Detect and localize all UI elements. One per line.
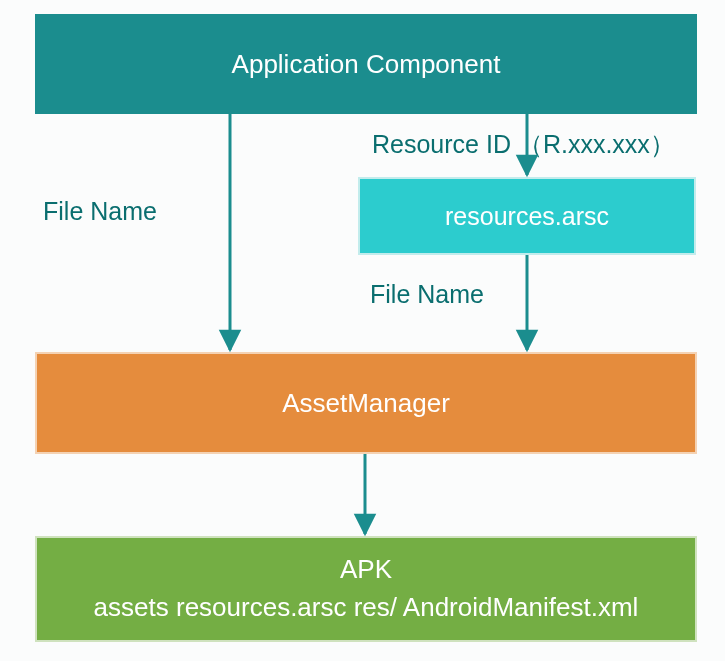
resources-arsc-box: resources.arsc: [358, 177, 696, 255]
apk-sub-label: assets resources.arsc res/ AndroidManife…: [94, 589, 639, 627]
apk-box: APK assets resources.arsc res/ AndroidMa…: [35, 536, 697, 642]
file-name-left-label: File Name: [43, 197, 157, 226]
resources-arsc-label: resources.arsc: [445, 202, 609, 231]
resource-id-label: Resource ID （R.xxx.xxx）: [372, 128, 675, 161]
file-name-mid-label: File Name: [370, 280, 484, 309]
asset-manager-box: AssetManager: [35, 352, 697, 454]
application-component-box: Application Component: [35, 14, 697, 114]
application-component-label: Application Component: [232, 49, 501, 80]
asset-manager-label: AssetManager: [282, 388, 450, 419]
apk-title-label: APK: [340, 551, 392, 589]
